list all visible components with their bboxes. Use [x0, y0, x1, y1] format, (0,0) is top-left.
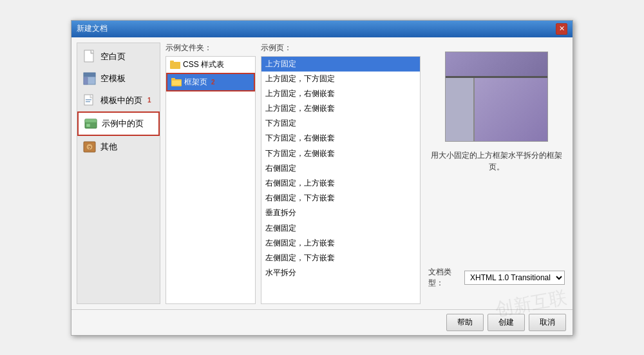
folder-item-css[interactable]: CSS 样式表	[166, 57, 255, 73]
preview-description: 用大小固定的上方框架水平拆分的框架页。	[428, 149, 565, 173]
nav-item-example[interactable]: 示例中的页	[77, 111, 160, 136]
other-icon: ?	[82, 140, 97, 154]
doctype-select[interactable]: XHTML 1.0 TransitionalXHTML 1.0 StrictHT…	[464, 271, 565, 285]
right-panel: 用大小固定的上方框架水平拆分的框架页。 文档类型： XHTML 1.0 Tran…	[426, 43, 567, 304]
folder-badge-2: 2	[211, 79, 215, 86]
nav-item-template-page[interactable]: 模板中的页 1	[77, 90, 160, 111]
left-nav: 空白页 空模板 模板中的页 1	[77, 43, 160, 304]
page-item[interactable]: 右侧固定，上方嵌套	[261, 176, 420, 191]
page-item[interactable]: 左侧固定	[261, 221, 420, 236]
preview-left-frame	[446, 78, 475, 141]
template-icon	[82, 72, 97, 86]
example-icon	[84, 117, 98, 131]
preview-top-frame	[446, 52, 547, 78]
doctype-label: 文档类型：	[428, 267, 459, 289]
page-item[interactable]: 左侧固定，下方嵌套	[261, 251, 420, 265]
help-button[interactable]: 帮助	[446, 314, 484, 331]
preview-image	[445, 52, 548, 142]
page-item[interactable]: 上方固定，下方固定	[261, 72, 420, 86]
pages-list: 上方固定上方固定，下方固定上方固定，右侧嵌套上方固定，左侧嵌套下方固定下方固定，…	[261, 56, 421, 304]
nav-item-blank[interactable]: 空白页	[77, 46, 160, 68]
svg-rect-17	[172, 81, 181, 85]
svg-rect-16	[171, 78, 175, 80]
cancel-button[interactable]: 取消	[529, 314, 566, 331]
folder-panel-label: 示例文件夹：	[166, 43, 256, 53]
nav-item-other[interactable]: ? 其他	[77, 136, 160, 158]
folder-panel: 示例文件夹： CSS 样式表	[166, 43, 256, 304]
page-item[interactable]: 垂直拆分	[261, 206, 420, 220]
pages-panel: 示例页： 上方固定上方固定，下方固定上方固定，右侧嵌套上方固定，左侧嵌套下方固定…	[261, 43, 421, 304]
middle-section: 示例文件夹： CSS 样式表	[166, 43, 421, 304]
folder-closed-icon	[170, 60, 180, 69]
preview-bottom-row	[446, 78, 547, 141]
page-item[interactable]: 上方固定，左侧嵌套	[261, 101, 420, 116]
title-bar: 新建文档 ✕	[71, 21, 573, 37]
page-item[interactable]: 下方固定，右侧嵌套	[261, 131, 420, 146]
nav-badge-1: 1	[147, 97, 151, 104]
svg-rect-8	[85, 119, 97, 122]
close-button[interactable]: ✕	[556, 23, 567, 35]
svg-rect-5	[86, 99, 91, 101]
folder-open-icon	[171, 77, 182, 86]
svg-text:?: ?	[88, 145, 91, 151]
folder-list: CSS 样式表 框架页 2	[166, 56, 256, 304]
svg-rect-9	[86, 124, 90, 127]
svg-rect-2	[84, 73, 95, 77]
dialog-body: 空白页 空模板 模板中的页 1	[71, 37, 573, 309]
nav-item-template[interactable]: 空模板	[77, 68, 160, 90]
preview-main-frame	[475, 78, 547, 141]
page-item[interactable]: 右侧固定，下方嵌套	[261, 191, 420, 206]
folder-item-framework[interactable]: 框架页 2	[166, 73, 255, 91]
svg-rect-13	[170, 62, 180, 69]
page-item[interactable]: 右侧固定	[261, 161, 420, 176]
svg-rect-6	[86, 101, 90, 102]
svg-rect-3	[84, 77, 88, 84]
pages-panel-label: 示例页：	[261, 43, 421, 53]
page-item[interactable]: 左侧固定，上方嵌套	[261, 236, 420, 251]
page-item[interactable]: 水平拆分	[261, 265, 420, 280]
page-item[interactable]: 上方固定	[261, 57, 420, 72]
page-item[interactable]: 下方固定	[261, 116, 420, 131]
page-item[interactable]: 上方固定，右侧嵌套	[261, 86, 420, 101]
new-document-dialog: 新建文档 ✕ 空白页 空模板	[71, 20, 573, 336]
svg-rect-14	[170, 61, 174, 62]
dialog-title: 新建文档	[77, 23, 108, 34]
page-item[interactable]: 下方固定，左侧嵌套	[261, 146, 420, 161]
blank-page-icon	[82, 50, 97, 64]
template-page-icon	[82, 93, 97, 108]
